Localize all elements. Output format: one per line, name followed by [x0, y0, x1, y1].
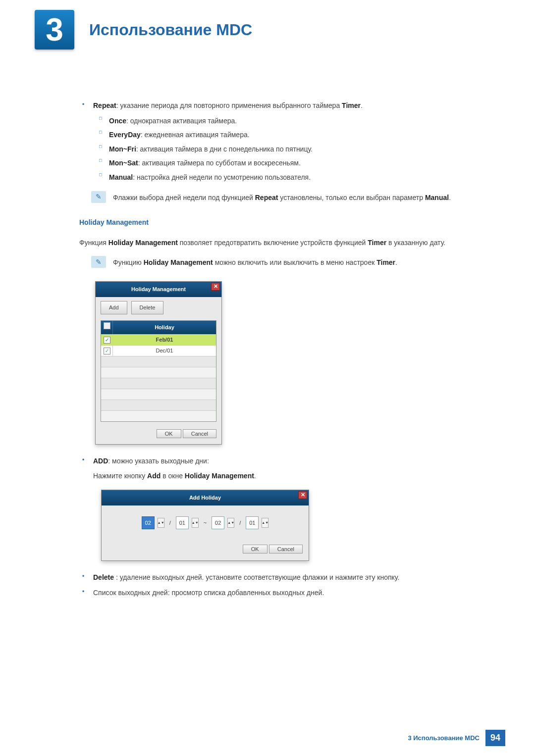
spinner-icon[interactable]: ▲▼: [262, 518, 268, 528]
dialog-title: Holiday Management: [131, 286, 186, 292]
close-button[interactable]: ✕: [298, 491, 307, 499]
chapter-title: Использование MDC: [89, 21, 252, 39]
text: можно включить или выключить в меню наст…: [213, 258, 376, 266]
dialog-titlebar: Holiday Management ✕: [96, 282, 221, 297]
label: Manual: [425, 194, 449, 202]
text: : указание периода для повторного примен…: [116, 101, 342, 109]
bullet-once: Once: однократная активация таймера.: [79, 114, 485, 128]
label: Add: [147, 472, 160, 480]
header-holiday-col: Holiday: [113, 321, 216, 334]
table-row-empty: [101, 389, 216, 400]
text: Список выходных дней: просмотр списка до…: [93, 589, 324, 597]
text: в окне: [160, 472, 185, 480]
start-month-input[interactable]: 02: [142, 516, 155, 530]
text: : можно указать выходные дни:: [108, 457, 209, 465]
row-checkbox[interactable]: ✓: [101, 346, 113, 356]
label-timer: Timer: [342, 101, 361, 109]
spinner-icon[interactable]: ▲▼: [192, 518, 199, 528]
label: Repeat: [255, 194, 278, 202]
holiday-table: Holiday ✓ Feb/01 ✓ Dec/01: [101, 320, 216, 422]
text: : ежедневная активация таймера.: [141, 131, 250, 139]
text: : настройка дней недели по усмотрению по…: [133, 173, 311, 181]
label: Mon~Sat: [109, 159, 138, 167]
bullet-delete: Delete : удаление выходных дней. установ…: [79, 571, 485, 584]
spinner-icon[interactable]: ▲▼: [158, 518, 164, 528]
holiday-management-dialog: Holiday Management ✕ Add Delete Holiday …: [95, 281, 222, 445]
chapter-header: 3 Использование MDC: [0, 0, 535, 69]
note-icon: ✎: [91, 256, 106, 268]
note-icon: ✎: [91, 191, 106, 203]
toolbar: Add Delete: [96, 297, 221, 318]
note-text: Флажки выбора дней недели под функцией R…: [113, 191, 485, 204]
label: Holiday Management: [144, 258, 213, 266]
add-button[interactable]: Add: [101, 301, 127, 314]
header-checkbox-col[interactable]: [101, 321, 113, 334]
label-repeat: Repeat: [93, 101, 116, 109]
row-date: Feb/01: [113, 335, 216, 345]
bullet-everyday: EveryDay: ежедневная активация таймера.: [79, 128, 485, 142]
text: : активация таймера по субботам и воскре…: [138, 159, 301, 167]
text: .: [254, 472, 256, 480]
start-day-input[interactable]: 01: [176, 516, 189, 530]
bullet-monsat: Mon~Sat: активация таймера по субботам и…: [79, 156, 485, 170]
bullet-add: ADD: можно указать выходные дни:: [79, 454, 485, 468]
label: Timer: [376, 258, 395, 266]
date-range-row: 02 ▲▼ / 01 ▲▼ ~ 02 ▲▼ / 01 ▲▼: [102, 505, 309, 541]
table-row-empty: [101, 367, 216, 378]
footer-chapter-label: 3 Использование MDC: [408, 734, 480, 742]
cancel-button[interactable]: Cancel: [269, 545, 303, 554]
label: Manual: [109, 173, 133, 181]
text: в указанную дату.: [386, 239, 445, 247]
paragraph-add-line2: Нажмите кнопку Add в окне Holiday Manage…: [79, 469, 485, 483]
page-footer: 3 Использование MDC 94: [408, 730, 505, 746]
add-holiday-dialog: Add Holiday ✕ 02 ▲▼ / 01 ▲▼ ~ 02 ▲▼ / 01…: [101, 490, 309, 561]
delete-button[interactable]: Delete: [131, 301, 164, 314]
content-area: Repeat: указание периода для повторного …: [0, 69, 535, 600]
note-repeat: ✎ Флажки выбора дней недели под функцией…: [91, 191, 485, 204]
text: .: [449, 194, 451, 202]
section-title-holiday-management: Holiday Management: [79, 216, 485, 229]
text: .: [361, 101, 363, 109]
row-checkbox[interactable]: ✓: [101, 335, 113, 345]
text: .: [395, 258, 397, 266]
dialog-titlebar: Add Holiday ✕: [102, 490, 309, 505]
label: Mon~Fri: [109, 145, 136, 153]
dialog-title: Add Holiday: [189, 495, 221, 501]
slash-separator: /: [167, 518, 173, 528]
label: EveryDay: [109, 131, 141, 139]
text: Функцию: [113, 258, 144, 266]
close-button[interactable]: ✕: [211, 283, 220, 291]
slash-separator: /: [237, 518, 243, 528]
table-header: Holiday: [101, 321, 216, 334]
text: Нажмите кнопку: [93, 472, 147, 480]
dialog-footer: OK Cancel: [96, 424, 221, 444]
ok-button[interactable]: OK: [243, 545, 268, 554]
text: Функция: [79, 239, 108, 247]
tilde-separator: ~: [202, 518, 209, 528]
dialog-footer: OK Cancel: [102, 540, 309, 560]
label: Holiday Management: [108, 239, 178, 247]
table-row[interactable]: ✓ Feb/01: [101, 334, 216, 345]
bullet-repeat: Repeat: указание периода для повторного …: [79, 99, 485, 112]
text: : удаление выходных дней. установите соо…: [114, 573, 399, 581]
text: Флажки выбора дней недели под функцией: [113, 194, 255, 202]
end-month-input[interactable]: 02: [212, 516, 224, 530]
bullet-monfri: Mon~Fri: активация таймера в дни с понед…: [79, 143, 485, 156]
table-row[interactable]: ✓ Dec/01: [101, 345, 216, 356]
spinner-icon[interactable]: ▲▼: [227, 518, 234, 528]
label: Holiday Management: [185, 472, 254, 480]
ok-button[interactable]: OK: [157, 429, 181, 438]
text: : активация таймера в дни с понедельника…: [136, 145, 313, 153]
table-row-empty: [101, 356, 216, 367]
cancel-button[interactable]: Cancel: [183, 429, 216, 438]
note-text: Функцию Holiday Management можно включит…: [113, 256, 485, 269]
text: : однократная активация таймера.: [126, 117, 237, 125]
table-row-empty: [101, 400, 216, 410]
label: Timer: [368, 239, 386, 247]
page: 3 Использование MDC Repeat: указание пер…: [0, 0, 535, 756]
paragraph-hm-desc: Функция Holiday Management позволяет пре…: [79, 236, 485, 250]
end-day-input[interactable]: 01: [246, 516, 259, 530]
note-hm: ✎ Функцию Holiday Management можно включ…: [91, 256, 485, 269]
chapter-number-badge: 3: [35, 10, 74, 50]
label: Once: [109, 117, 126, 125]
